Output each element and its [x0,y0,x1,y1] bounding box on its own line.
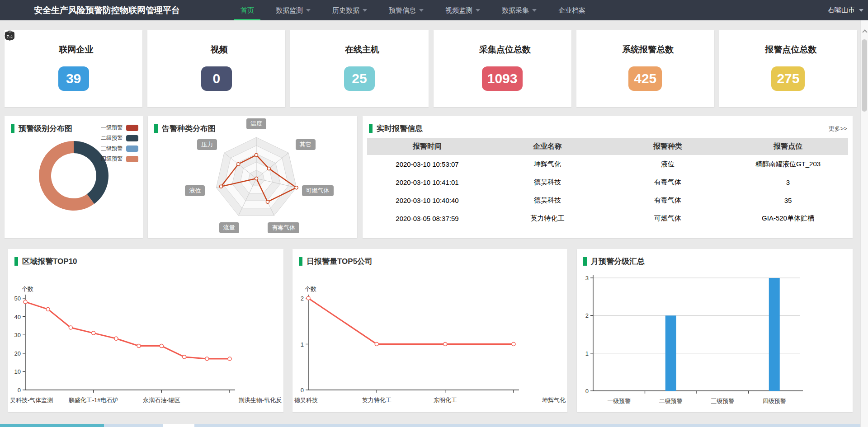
legend-swatch [126,145,138,152]
radar-axis-label: 其它 [296,139,316,150]
svg-text:0: 0 [585,388,589,394]
radar-axis-label: 液位 [185,185,205,196]
svg-text:英力特化工: 英力特化工 [362,397,392,404]
nav-item-3[interactable]: 历史数据 [321,0,378,20]
svg-text:2: 2 [301,295,304,302]
table-cell: 坤辉气化 [487,160,608,169]
svg-text:0: 0 [301,387,304,394]
stat-card-label: 报警点位总数 [765,44,816,56]
panel-title-text: 告警种类分布图 [162,123,216,134]
radar-axis-label: 可燃气体 [302,185,334,196]
nav-item-1[interactable]: 首页 [230,0,265,20]
chevron-down-icon [419,9,424,12]
svg-text:30: 30 [14,332,21,338]
svg-text:40: 40 [14,314,21,320]
svg-text:二级预警: 二级预警 [659,398,683,404]
nav-item-label: 视频监测 [445,0,472,20]
svg-text:鹏盛化工-1#电石炉: 鹏盛化工-1#电石炉 [69,397,118,404]
chevron-down-icon [476,9,480,12]
legend-swatch [126,125,138,131]
stat-card-label: 视频 [211,44,228,56]
stat-card-title: 视频 [205,44,228,56]
nav-item-5[interactable]: 视频监测 [434,0,491,20]
alarm-table: 报警时间企业名称报警种类报警点位 2020-03-10 10:53:07坤辉气化… [367,138,848,227]
svg-text:2: 2 [585,312,589,319]
scroll-up-icon[interactable] [862,29,867,34]
legend-item[interactable]: 二级预警 [101,133,138,143]
chevron-down-icon [363,9,367,12]
pie-legend: 一级预警二级预警三级预警四级预警 [101,122,138,164]
panel-alarm-type-radar: 告警种类分布图 温度其它可燃气体有毒气体流量液位压力 [148,116,357,238]
title-accent-bar [583,257,587,266]
legend-label: 四级预警 [101,155,123,163]
nav-item-7[interactable]: 企业档案 [547,0,596,20]
legend-label: 一级预警 [101,124,123,131]
panel-title: 实时报警信息 [369,123,423,134]
bar-二级预警 [665,315,676,391]
svg-text:德昊科技: 德昊科技 [294,397,318,404]
stat-card-title: 系统报警总数 [617,44,674,56]
svg-text:荆洪生物-氧化反: 荆洪生物-氧化反 [239,397,282,404]
bar-chart-monthly: 0123一级预警二级预警三级预警四级预警 [577,249,853,412]
radar-axis-label: 流量 [219,222,239,233]
scrollbar-thumb[interactable] [862,39,867,112]
stat-card-label: 在线主机 [345,44,379,56]
legend-swatch [126,135,138,141]
panel-title: 预警级别分布图 [11,123,72,134]
panel-title-text: 日报警量TOP5公司 [307,256,373,267]
svg-text:1: 1 [585,350,589,357]
nav-item-4[interactable]: 预警信息 [378,0,434,20]
chevron-down-icon [306,9,311,12]
panel-title-text: 实时报警信息 [377,123,423,134]
table-row: 2020-03-10 10:41:01德昊科技有毒气体3 [367,173,848,191]
column-header: 报警时间 [367,142,487,151]
legend-item[interactable]: 一级预警 [101,122,138,133]
table-cell: 有毒气体 [608,178,728,187]
nav-item-label: 首页 [241,0,254,20]
nav-item-label: 预警信息 [389,0,416,20]
stat-card-label: 联网企业 [59,44,94,56]
nav-item-label: 数据监测 [276,0,303,20]
line-chart-top5: 个数012德昊科技英力特化工东明化工坤辉气化 [292,249,567,412]
legend-label: 三级预警 [101,145,123,152]
stat-value-badge: 275 [771,66,805,91]
svg-text:一级预警: 一级预警 [607,398,631,404]
stat-value-badge: 25 [344,66,375,91]
stat-card-系统报警总数: 系统报警总数425 [576,30,714,107]
stat-value-badge: 425 [628,66,662,91]
region-selector[interactable]: 石嘴山市 [828,6,863,14]
nav-item-2[interactable]: 数据监测 [265,0,321,20]
stat-card-title: 联网企业 [54,44,94,56]
top-navbar: 安全生产风险预警防控物联网管理平台 首页数据监测历史数据预警信息视频监测数据采集… [0,0,868,20]
stat-card-采集点位总数: 采集点位总数1093 [434,30,571,107]
svg-text:50: 50 [14,295,21,302]
more-link[interactable]: 更多>> [829,125,847,133]
bottom-strip-gap [163,424,194,427]
legend-swatch [126,156,138,162]
bottom-strip [0,424,860,427]
legend-item[interactable]: 三级预警 [101,143,138,154]
table-cell: 2020-03-10 10:40:40 [367,197,487,204]
radar-chart [148,116,357,238]
vertical-scrollbar[interactable] [860,20,868,427]
stat-value-badge: 39 [58,66,89,91]
panel-title: 区域报警TOP10 [14,256,77,267]
table-header-row: 报警时间企业名称报警种类报警点位 [367,138,848,155]
table-cell: 德昊科技 [487,196,608,205]
table-row: 2020-03-10 10:40:40德昊科技有毒气体35 [367,191,848,209]
svg-text:0: 0 [18,387,21,394]
column-header: 报警种类 [608,142,728,151]
table-cell: 可燃气体 [608,214,728,223]
stat-value-badge: 0 [201,66,232,91]
nav-item-6[interactable]: 数据采集 [491,0,547,20]
svg-text:20: 20 [14,350,21,357]
panel-region-alarm-top10: 区域报警TOP10 个数01020304050昊科技-气体监测鹏盛化工-1#电石… [8,249,283,412]
table-cell: 2020-03-10 10:53:07 [367,160,487,168]
panel-warning-level-pie: 预警级别分布图 一级预警二级预警三级预警四级预警 [5,116,143,238]
svg-text:永润石油-罐区: 永润石油-罐区 [143,397,180,404]
table-row: 2020-03-10 10:53:07坤辉气化液位精醇南罐液位GT_203 [367,155,848,173]
legend-item[interactable]: 四级预警 [101,154,138,164]
table-cell: 3 [728,178,848,186]
chevron-down-icon [859,9,863,12]
title-accent-bar [369,124,373,133]
